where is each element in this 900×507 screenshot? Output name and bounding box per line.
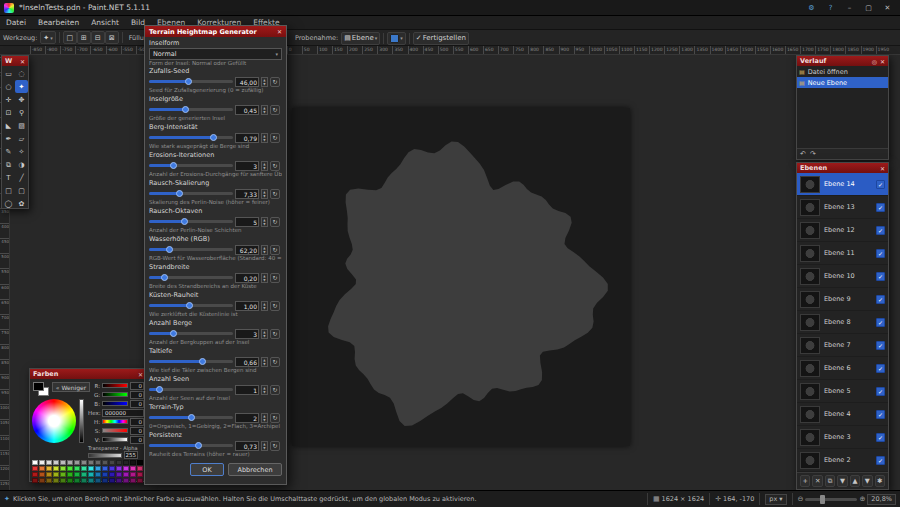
close-button[interactable]: ✕ — [879, 1, 896, 14]
param-reset-button[interactable]: ↻ — [270, 245, 280, 255]
active-tool-dropdown[interactable]: ✦▾ — [40, 31, 55, 44]
param-slider[interactable] — [149, 248, 233, 251]
close-icon[interactable]: ✕ — [880, 165, 885, 172]
tool-line-curve[interactable]: ╱ — [15, 171, 28, 184]
tool-freeform[interactable]: ✿ — [15, 197, 28, 210]
undo-icon[interactable]: ↶ — [800, 150, 806, 158]
layers-window-header[interactable]: Ebenen ✕ — [797, 163, 888, 173]
param-value-input[interactable]: 0,66 — [235, 357, 259, 367]
palette-swatch[interactable] — [102, 466, 108, 471]
param-slider[interactable] — [149, 108, 233, 111]
palette-swatch[interactable] — [53, 472, 59, 477]
layer-visibility-checkbox[interactable]: ✓ — [876, 249, 885, 258]
palette-swatch[interactable] — [32, 472, 38, 477]
tool-rounded-rectangle[interactable]: ▢ — [15, 184, 28, 197]
close-icon[interactable]: ✕ — [20, 58, 25, 65]
b-slider[interactable] — [102, 401, 128, 406]
layer-row[interactable]: Ebene 8✓ — [797, 311, 888, 334]
s-value-input[interactable]: 0 — [130, 427, 144, 435]
palette-swatch[interactable] — [46, 472, 52, 477]
layer-row[interactable]: Ebene 12✓ — [797, 219, 888, 242]
r-value-input[interactable]: 0 — [130, 382, 144, 390]
param-reset-button[interactable]: ↻ — [270, 329, 280, 339]
tool-zoom[interactable]: ⚲ — [15, 106, 28, 119]
pin-icon[interactable]: ◎ — [872, 58, 877, 65]
param-spinner[interactable]: ▲▼ — [261, 413, 268, 423]
palette-swatch[interactable] — [95, 472, 101, 477]
tool-clone-stamp[interactable]: ⧉ — [2, 158, 15, 171]
param-slider[interactable] — [149, 136, 233, 139]
param-value-input[interactable]: 5 — [235, 217, 259, 227]
add-layer-button[interactable]: + — [800, 475, 810, 487]
layer-visibility-checkbox[interactable]: ✓ — [876, 318, 885, 327]
param-value-input[interactable]: 0,79 — [235, 133, 259, 143]
spinner-down-icon[interactable]: ▼ — [263, 166, 265, 170]
palette-swatch[interactable] — [88, 460, 94, 465]
tool-eraser[interactable]: ▱ — [15, 132, 28, 145]
palette-swatch[interactable] — [81, 472, 87, 477]
duplicate-layer-button[interactable]: ⧉ — [825, 475, 835, 487]
layer-visibility-checkbox[interactable]: ✓ — [876, 295, 885, 304]
menu-item-bearbeiten[interactable]: Bearbeiten — [32, 16, 85, 30]
history-item[interactable]: ▤Neue Ebene — [797, 77, 888, 88]
param-value-input[interactable]: 46,00 — [235, 77, 259, 87]
param-reset-button[interactable]: ↻ — [270, 441, 280, 451]
param-slider[interactable] — [149, 192, 233, 195]
tool-lasso-select[interactable]: ◌ — [15, 67, 28, 80]
cancel-button[interactable]: Abbrechen — [228, 463, 282, 476]
tool-pan[interactable]: ✛ — [2, 93, 15, 106]
layer-row[interactable]: Ebene 7✓ — [797, 334, 888, 357]
param-reset-button[interactable]: ↻ — [270, 273, 280, 283]
palette-swatch[interactable] — [39, 472, 45, 477]
palette-swatch[interactable] — [123, 466, 129, 471]
palette-swatch[interactable] — [88, 478, 94, 483]
layer-visibility-checkbox[interactable]: ✓ — [876, 433, 885, 442]
param-value-input[interactable]: 3 — [235, 329, 259, 339]
param-value-input[interactable]: 7,33 — [235, 189, 259, 199]
tools-window-header[interactable]: W ✕ — [2, 56, 28, 66]
param-value-input[interactable]: 1 — [235, 385, 259, 395]
layer-visibility-checkbox[interactable]: ✓ — [876, 364, 885, 373]
layer-row[interactable]: Ebene 10✓ — [797, 265, 888, 288]
hex-input[interactable]: 000000 — [102, 409, 144, 417]
settings-gear-icon[interactable]: ⚙ — [803, 1, 820, 14]
palette-swatch[interactable] — [102, 460, 108, 465]
slider-thumb-icon[interactable] — [210, 134, 217, 141]
maximize-button[interactable]: ▢ — [860, 1, 877, 14]
v-value-input[interactable]: 0 — [130, 436, 144, 444]
h-value-input[interactable]: 0 — [130, 418, 144, 426]
zoom-in-icon[interactable]: ⊕ — [859, 495, 865, 503]
layer-visibility-checkbox[interactable]: ✓ — [876, 180, 885, 189]
spinner-down-icon[interactable]: ▼ — [263, 278, 265, 282]
layer-visibility-checkbox[interactable]: ✓ — [876, 341, 885, 350]
redo-icon[interactable]: ↷ — [810, 150, 816, 158]
param-reset-button[interactable]: ↻ — [270, 77, 280, 87]
tool-color-picker[interactable]: ✧ — [15, 145, 28, 158]
zoom-slider[interactable] — [805, 498, 857, 501]
palette-swatch[interactable] — [123, 472, 129, 477]
close-icon[interactable]: ✕ — [138, 371, 143, 378]
param-spinner[interactable]: ▲▼ — [261, 273, 268, 283]
slider-thumb-icon[interactable] — [185, 78, 192, 85]
channel-swatch-dropdown[interactable]: ▾ — [387, 32, 406, 45]
param-reset-button[interactable]: ↻ — [270, 357, 280, 367]
param-spinner[interactable]: ▲▼ — [261, 77, 268, 87]
zoom-value[interactable]: 20,8% — [867, 494, 896, 505]
slider-thumb-icon[interactable] — [186, 302, 193, 309]
layer-properties-button[interactable]: ✱ — [875, 475, 885, 487]
selection-subtract-button[interactable]: ⊟ — [91, 31, 105, 44]
palette-swatch[interactable] — [109, 478, 115, 483]
dialog-titlebar[interactable]: Terrain Heightmap Generator ✕ — [145, 26, 286, 37]
palette-swatch[interactable] — [32, 466, 38, 471]
tool-pencil[interactable]: ✎ — [2, 145, 15, 158]
layer-visibility-checkbox[interactable]: ✓ — [876, 272, 885, 281]
slider-thumb-icon[interactable] — [170, 330, 177, 337]
palette-swatch[interactable] — [102, 472, 108, 477]
param-reset-button[interactable]: ↻ — [270, 133, 280, 143]
primary-color-swatch[interactable] — [33, 382, 44, 391]
spinner-down-icon[interactable]: ▼ — [263, 334, 265, 338]
tool-text[interactable]: T — [2, 171, 15, 184]
tool-ellipse-select[interactable]: ○ — [2, 80, 15, 93]
slider-thumb-icon[interactable] — [156, 386, 163, 393]
less-button[interactable]: « Weniger — [52, 382, 90, 392]
